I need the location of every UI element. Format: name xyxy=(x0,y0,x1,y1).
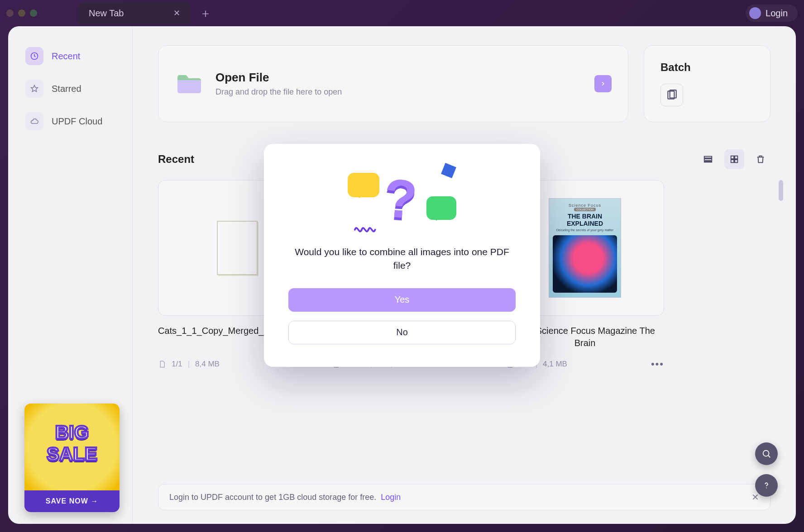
dialog-illustration: ? xyxy=(348,165,456,233)
zoom-window-button[interactable] xyxy=(30,10,37,17)
login-chip[interactable]: Login xyxy=(746,5,798,22)
speech-bubble-icon xyxy=(348,173,379,197)
minimize-window-button[interactable] xyxy=(18,10,25,17)
squiggle-icon xyxy=(354,223,379,233)
titlebar: New Tab ✕ ＋ Login xyxy=(0,0,804,26)
tab[interactable]: New Tab ✕ xyxy=(78,2,191,24)
avatar-icon xyxy=(749,7,761,19)
tab-title: New Tab xyxy=(89,8,124,19)
cube-icon xyxy=(441,163,456,178)
yes-button[interactable]: Yes xyxy=(288,288,516,312)
close-window-button[interactable] xyxy=(6,10,14,17)
window-controls xyxy=(6,10,37,17)
close-tab-icon[interactable]: ✕ xyxy=(173,8,180,18)
speech-bubble-icon xyxy=(426,196,456,220)
question-mark-icon: ? xyxy=(382,166,419,231)
app-window: Recent Starred UPDF Cloud Open File xyxy=(8,26,796,524)
new-tab-button[interactable]: ＋ xyxy=(199,7,212,19)
dialog-message: Would you like to combine all images int… xyxy=(288,245,516,273)
login-label: Login xyxy=(766,8,788,19)
combine-images-dialog: ? Would you like to combine all images i… xyxy=(264,144,540,367)
no-button[interactable]: No xyxy=(288,321,516,344)
